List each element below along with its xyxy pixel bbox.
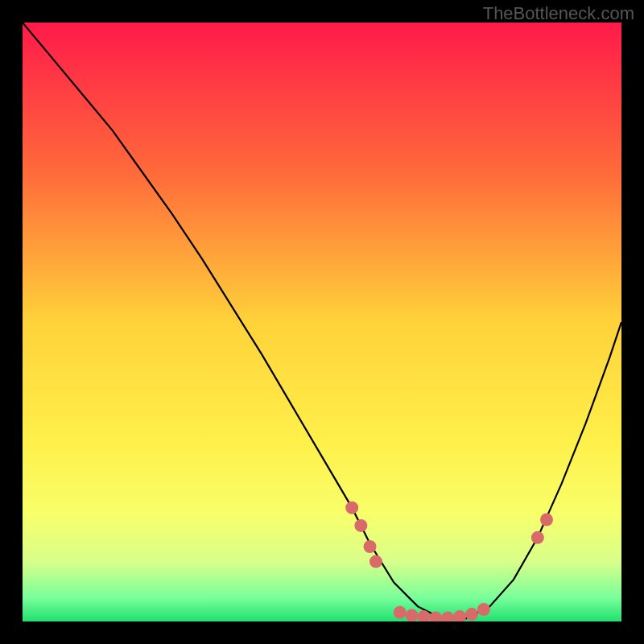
highlight-marker: [531, 531, 544, 544]
chart-plot-area: [23, 23, 621, 621]
highlight-marker: [369, 555, 382, 568]
gradient-background: [23, 23, 621, 621]
highlight-marker: [364, 540, 377, 553]
watermark-text: TheBottleneck.com: [483, 3, 634, 24]
chart-svg: [23, 23, 621, 621]
highlight-marker: [406, 609, 419, 621]
highlight-marker: [477, 603, 490, 616]
highlight-marker: [394, 606, 407, 619]
highlight-marker: [540, 514, 553, 526]
highlight-marker: [345, 502, 358, 514]
highlight-marker: [465, 608, 478, 621]
highlight-marker: [354, 519, 367, 532]
